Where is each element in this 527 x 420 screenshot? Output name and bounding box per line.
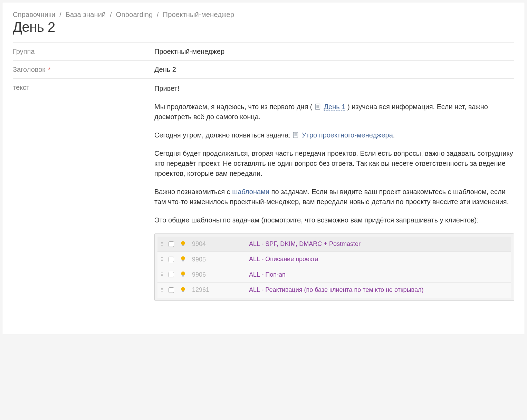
field-value-group: Проектный-менеджер (154, 48, 514, 56)
task-row: ⠿ 9906 ALL - Поп-ап (157, 267, 511, 283)
drag-handle-icon[interactable]: ⠿ (160, 258, 165, 260)
breadcrumb-item-1[interactable]: База знаний (66, 11, 106, 18)
breadcrumb-item-3[interactable]: Проектный-менеджер (163, 11, 234, 18)
content-p2: Мы продолжаем, я надеюсь, что из первого… (154, 102, 514, 122)
task-title-link[interactable]: ALL - SPF, DKIM, DMARC + Postmaster (249, 240, 508, 248)
task-title-link[interactable]: ALL - Поп-ап (249, 271, 508, 279)
field-row-group: Группа Проектный-менеджер (13, 42, 514, 60)
breadcrumb-item-0[interactable]: Справочники (13, 11, 55, 18)
breadcrumb-sep: / (59, 11, 61, 18)
svg-point-8 (181, 241, 185, 245)
task-checkbox[interactable] (169, 241, 174, 247)
lightbulb-icon (180, 271, 186, 278)
drag-handle-icon[interactable]: ⠿ (160, 243, 165, 245)
field-row-heading: Заголовок * День 2 (13, 60, 514, 78)
required-asterisk: * (48, 66, 51, 73)
lightbulb-icon (180, 256, 186, 263)
svg-rect-13 (182, 275, 184, 277)
page-container: Справочники / База знаний / Onboarding /… (3, 3, 524, 334)
content-p5: Важно познакомиться с шаблонами по задач… (154, 187, 514, 207)
svg-point-14 (181, 287, 185, 291)
field-label-heading-text: Заголовок (13, 66, 45, 73)
lightbulb-icon (180, 287, 186, 294)
task-id: 12961 (192, 286, 249, 294)
svg-rect-11 (182, 260, 184, 261)
task-id: 9904 (192, 240, 249, 248)
link-morning-pm[interactable]: Утро проектного-менеджера (302, 131, 393, 139)
content-p4: Сегодня будет продолжаться, вторая часть… (154, 149, 514, 179)
breadcrumb-item-2[interactable]: Onboarding (116, 11, 153, 18)
link-day-1[interactable]: День 1 (324, 103, 346, 111)
document-icon (293, 131, 298, 137)
drag-handle-icon[interactable]: ⠿ (160, 289, 165, 291)
task-checkbox[interactable] (169, 272, 174, 277)
field-label-text: текст (13, 84, 154, 92)
task-row: ⠿ 9904 ALL - SPF, DKIM, DMARC + Postmast… (157, 237, 511, 252)
content-greeting: Привет! (154, 84, 514, 94)
task-title-link[interactable]: ALL - Описание проекта (249, 255, 508, 263)
field-value-text: Привет! Мы продолжаем, я надеюсь, что из… (154, 84, 514, 301)
svg-point-12 (181, 271, 185, 276)
breadcrumb-sep: / (157, 11, 159, 18)
svg-point-10 (181, 256, 185, 260)
content-p6: Это общие шаблоны по задачам (посмотрите… (154, 215, 514, 225)
field-row-text: текст Привет! Мы продолжаем, я надеюсь, … (13, 78, 514, 306)
lightbulb-icon (180, 241, 186, 248)
field-label-heading: Заголовок * (13, 66, 154, 74)
task-id: 9906 (192, 271, 249, 278)
breadcrumb: Справочники / База знаний / Onboarding /… (13, 11, 514, 19)
content-p3-before: Сегодня утром, должно появиться задача: (154, 131, 292, 139)
content-p3-after: . (393, 131, 395, 139)
svg-rect-4 (294, 132, 298, 138)
breadcrumb-sep: / (110, 11, 112, 18)
content-p3: Сегодня утром, должно появиться задача: … (154, 130, 514, 140)
drag-handle-icon[interactable]: ⠿ (160, 274, 165, 276)
task-title-link[interactable]: ALL - Реактивация (по базе клиента по те… (249, 286, 508, 294)
content-p5-before: Важно познакомиться с (154, 188, 232, 195)
task-checkbox[interactable] (169, 257, 174, 262)
document-icon (315, 103, 320, 109)
task-id: 9905 (192, 256, 249, 263)
task-list-panel: ⠿ 9904 ALL - SPF, DKIM, DMARC + Postmast… (154, 233, 514, 301)
link-templates[interactable]: шаблонами (232, 188, 269, 195)
task-row: ⠿ 9905 ALL - Описание проекта (157, 252, 511, 267)
task-checkbox[interactable] (169, 287, 174, 293)
field-value-heading: День 2 (154, 66, 514, 74)
field-label-group: Группа (13, 48, 154, 56)
svg-rect-15 (182, 291, 184, 292)
content-p2-before: Мы продолжаем, я надеюсь, что из первого… (154, 103, 314, 111)
task-row: ⠿ 12961 ALL - Реактивация (по базе клиен… (157, 283, 511, 297)
svg-rect-9 (182, 245, 184, 246)
svg-rect-0 (316, 104, 320, 109)
page-title: День 2 (13, 19, 514, 35)
